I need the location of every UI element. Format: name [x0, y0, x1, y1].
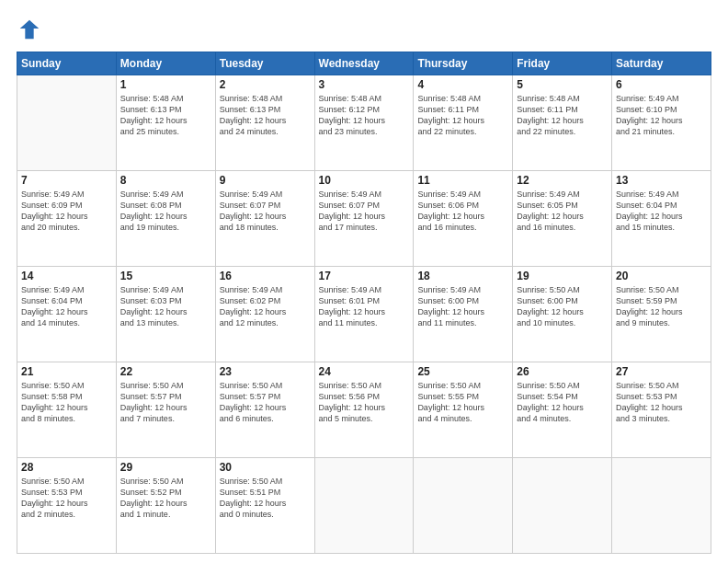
day-number: 20: [616, 270, 707, 282]
calendar-cell: 16Sunrise: 5:49 AM Sunset: 6:02 PM Dayli…: [215, 267, 314, 362]
day-info: Sunrise: 5:49 AM Sunset: 6:07 PM Dayligh…: [220, 189, 311, 234]
calendar-cell: 10Sunrise: 5:49 AM Sunset: 6:07 PM Dayli…: [314, 171, 414, 267]
calendar-cell: 12Sunrise: 5:49 AM Sunset: 6:05 PM Dayli…: [513, 171, 612, 267]
day-info: Sunrise: 5:50 AM Sunset: 5:59 PM Dayligh…: [616, 284, 707, 329]
calendar-cell: [513, 458, 612, 554]
day-info: Sunrise: 5:48 AM Sunset: 6:11 PM Dayligh…: [417, 93, 508, 138]
day-info: Sunrise: 5:49 AM Sunset: 6:02 PM Dayligh…: [220, 284, 311, 329]
day-number: 11: [417, 174, 508, 187]
calendar-week-row: 1Sunrise: 5:48 AM Sunset: 6:13 PM Daylig…: [17, 75, 711, 171]
calendar-cell: 3Sunrise: 5:48 AM Sunset: 6:12 PM Daylig…: [314, 75, 414, 171]
day-number: 23: [220, 365, 311, 378]
day-info: Sunrise: 5:50 AM Sunset: 5:55 PM Dayligh…: [417, 380, 508, 425]
calendar-cell: 15Sunrise: 5:49 AM Sunset: 6:03 PM Dayli…: [116, 267, 215, 362]
calendar-cell: [612, 458, 711, 554]
day-info: Sunrise: 5:50 AM Sunset: 5:58 PM Dayligh…: [21, 380, 112, 425]
day-info: Sunrise: 5:48 AM Sunset: 6:11 PM Dayligh…: [517, 93, 608, 138]
day-info: Sunrise: 5:49 AM Sunset: 6:09 PM Dayligh…: [21, 189, 112, 234]
calendar-cell: 29Sunrise: 5:50 AM Sunset: 5:52 PM Dayli…: [116, 458, 215, 554]
day-number: 24: [319, 365, 410, 378]
calendar-week-row: 21Sunrise: 5:50 AM Sunset: 5:58 PM Dayli…: [17, 362, 711, 458]
day-info: Sunrise: 5:49 AM Sunset: 6:07 PM Dayligh…: [319, 189, 410, 234]
day-number: 4: [417, 78, 508, 91]
day-number: 1: [120, 78, 211, 91]
calendar-cell: 6Sunrise: 5:49 AM Sunset: 6:10 PM Daylig…: [612, 75, 711, 171]
day-number: 29: [120, 461, 211, 474]
calendar-cell: [414, 458, 513, 554]
day-number: 30: [220, 461, 311, 474]
day-info: Sunrise: 5:48 AM Sunset: 6:12 PM Dayligh…: [319, 93, 410, 138]
weekday-header: Thursday: [414, 52, 513, 75]
day-info: Sunrise: 5:49 AM Sunset: 6:08 PM Dayligh…: [120, 189, 211, 234]
day-info: Sunrise: 5:49 AM Sunset: 6:10 PM Dayligh…: [616, 93, 707, 138]
calendar-cell: 21Sunrise: 5:50 AM Sunset: 5:58 PM Dayli…: [17, 362, 117, 458]
day-info: Sunrise: 5:49 AM Sunset: 6:05 PM Dayligh…: [517, 189, 608, 234]
day-info: Sunrise: 5:50 AM Sunset: 5:56 PM Dayligh…: [319, 380, 410, 425]
day-info: Sunrise: 5:50 AM Sunset: 5:52 PM Dayligh…: [120, 476, 211, 521]
calendar-cell: 4Sunrise: 5:48 AM Sunset: 6:11 PM Daylig…: [414, 75, 513, 171]
day-info: Sunrise: 5:50 AM Sunset: 6:00 PM Dayligh…: [517, 284, 608, 329]
day-number: 13: [616, 174, 707, 187]
day-number: 17: [319, 270, 410, 282]
day-number: 19: [517, 270, 608, 282]
day-number: 3: [319, 78, 410, 91]
weekday-header: Wednesday: [314, 52, 414, 75]
day-info: Sunrise: 5:49 AM Sunset: 6:00 PM Dayligh…: [417, 284, 508, 329]
day-info: Sunrise: 5:49 AM Sunset: 6:01 PM Dayligh…: [319, 284, 410, 329]
day-number: 25: [417, 365, 508, 378]
day-number: 15: [120, 270, 211, 282]
page: SundayMondayTuesdayWednesdayThursdayFrid…: [0, 0, 728, 563]
logo: [17, 17, 46, 42]
day-number: 18: [417, 270, 508, 282]
day-number: 26: [517, 365, 608, 378]
calendar-cell: 19Sunrise: 5:50 AM Sunset: 6:00 PM Dayli…: [513, 267, 612, 362]
day-number: 27: [616, 365, 707, 378]
day-info: Sunrise: 5:50 AM Sunset: 5:53 PM Dayligh…: [616, 380, 707, 425]
day-info: Sunrise: 5:50 AM Sunset: 5:57 PM Dayligh…: [220, 380, 311, 425]
calendar-cell: 13Sunrise: 5:49 AM Sunset: 6:04 PM Dayli…: [612, 171, 711, 267]
weekday-header: Sunday: [17, 52, 117, 75]
header: [17, 17, 711, 42]
calendar-cell: 22Sunrise: 5:50 AM Sunset: 5:57 PM Dayli…: [116, 362, 215, 458]
calendar-cell: 5Sunrise: 5:48 AM Sunset: 6:11 PM Daylig…: [513, 75, 612, 171]
calendar-cell: 24Sunrise: 5:50 AM Sunset: 5:56 PM Dayli…: [314, 362, 414, 458]
day-number: 21: [21, 365, 112, 378]
calendar-cell: 28Sunrise: 5:50 AM Sunset: 5:53 PM Dayli…: [17, 458, 117, 554]
calendar-cell: 20Sunrise: 5:50 AM Sunset: 5:59 PM Dayli…: [612, 267, 711, 362]
calendar-week-row: 14Sunrise: 5:49 AM Sunset: 6:04 PM Dayli…: [17, 267, 711, 362]
day-info: Sunrise: 5:49 AM Sunset: 6:03 PM Dayligh…: [120, 284, 211, 329]
day-number: 5: [517, 78, 608, 91]
calendar-cell: 8Sunrise: 5:49 AM Sunset: 6:08 PM Daylig…: [116, 171, 215, 267]
day-number: 6: [616, 78, 707, 91]
weekday-header: Monday: [116, 52, 215, 75]
day-number: 2: [220, 78, 311, 91]
day-info: Sunrise: 5:50 AM Sunset: 5:57 PM Dayligh…: [120, 380, 211, 425]
logo-icon: [17, 17, 42, 42]
day-number: 7: [21, 174, 112, 187]
calendar-cell: 23Sunrise: 5:50 AM Sunset: 5:57 PM Dayli…: [215, 362, 314, 458]
calendar-body: 1Sunrise: 5:48 AM Sunset: 6:13 PM Daylig…: [17, 75, 711, 554]
day-number: 9: [220, 174, 311, 187]
calendar-cell: 17Sunrise: 5:49 AM Sunset: 6:01 PM Dayli…: [314, 267, 414, 362]
day-number: 10: [319, 174, 410, 187]
day-info: Sunrise: 5:49 AM Sunset: 6:04 PM Dayligh…: [21, 284, 112, 329]
calendar-cell: 14Sunrise: 5:49 AM Sunset: 6:04 PM Dayli…: [17, 267, 117, 362]
calendar-cell: 2Sunrise: 5:48 AM Sunset: 6:13 PM Daylig…: [215, 75, 314, 171]
calendar-cell: 27Sunrise: 5:50 AM Sunset: 5:53 PM Dayli…: [612, 362, 711, 458]
svg-marker-0: [20, 20, 40, 40]
calendar-table: SundayMondayTuesdayWednesdayThursdayFrid…: [17, 52, 711, 554]
calendar-cell: 9Sunrise: 5:49 AM Sunset: 6:07 PM Daylig…: [215, 171, 314, 267]
day-number: 12: [517, 174, 608, 187]
calendar-cell: 18Sunrise: 5:49 AM Sunset: 6:00 PM Dayli…: [414, 267, 513, 362]
day-number: 28: [21, 461, 112, 474]
calendar-cell: [314, 458, 414, 554]
day-number: 14: [21, 270, 112, 282]
day-number: 22: [120, 365, 211, 378]
calendar-cell: 26Sunrise: 5:50 AM Sunset: 5:54 PM Dayli…: [513, 362, 612, 458]
calendar-week-row: 28Sunrise: 5:50 AM Sunset: 5:53 PM Dayli…: [17, 458, 711, 554]
day-info: Sunrise: 5:50 AM Sunset: 5:51 PM Dayligh…: [220, 476, 311, 521]
day-info: Sunrise: 5:48 AM Sunset: 6:13 PM Dayligh…: [120, 93, 211, 138]
day-info: Sunrise: 5:49 AM Sunset: 6:04 PM Dayligh…: [616, 189, 707, 234]
day-number: 8: [120, 174, 211, 187]
weekday-header: Saturday: [612, 52, 711, 75]
